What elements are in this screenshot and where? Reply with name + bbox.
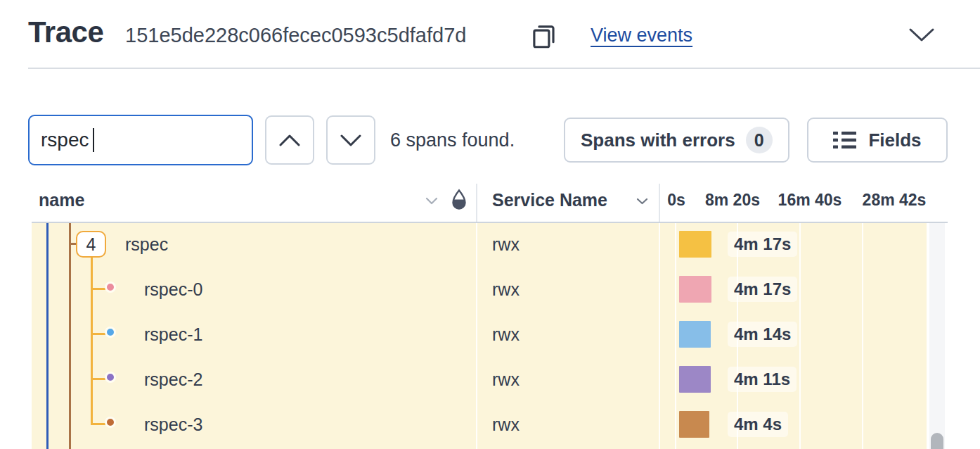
chevron-down-icon [908,27,936,43]
span-search-toolbar: 6 spans found. Spans with errors 0 Field… [28,115,952,165]
chevron-down-icon [340,134,361,146]
collapse-trace-panel-button[interactable] [908,27,936,44]
table-body-rows: 4 rspec rwx 4m 17s rspec-0 rwx 4m 17s rs… [32,222,927,447]
table-row[interactable]: 4 rspec rwx 4m 17s [32,222,927,267]
page-title: Trace [28,15,103,49]
service-name: rwx [492,222,520,267]
next-match-button[interactable] [326,115,375,165]
trace-waterfall-table: name Service Name 0s 8m 20s 16m 40s 28m … [32,179,927,449]
span-dot-icon [105,327,116,338]
table-row[interactable]: rspec-0 rwx 4m 17s [32,267,927,312]
span-dot-icon [105,372,116,383]
span-dot-icon [105,417,116,428]
duration-bar[interactable] [679,411,709,438]
trace-id: 151e5de228c066fecec0593c5dfafd7d [125,24,466,47]
vertical-scrollbar-thumb[interactable] [931,433,943,449]
span-name: rspec-1 [144,312,202,357]
service-name: rwx [492,357,520,402]
table-row[interactable]: rspec-3 rwx 4m 4s [32,402,927,447]
fields-list-icon [833,131,856,149]
table-body: 4 rspec rwx 4m 17s rspec-0 rwx 4m 17s rs… [32,222,927,449]
column-divider [659,184,660,222]
service-name: rwx [492,402,520,447]
collapse-children-badge[interactable]: 4 [76,231,106,258]
time-axis-tick: 28m 42s [863,179,927,220]
service-name: rwx [492,267,520,312]
duration-bar[interactable] [679,231,711,258]
duration-label: 4m 17s [728,277,797,302]
span-name: rspec [125,222,168,267]
table-header-row: name Service Name 0s 8m 20s 16m 40s 28m … [32,179,927,222]
name-column-header[interactable]: name [39,179,84,220]
view-events-link[interactable]: View events [591,25,692,46]
service-name: rwx [492,312,520,357]
span-name: rspec-2 [144,357,202,402]
fields-button-label: Fields [868,129,921,151]
copy-trace-id-button[interactable] [529,21,558,51]
error-count-badge: 0 [746,127,773,153]
time-axis-tick: 16m 40s [778,179,842,220]
span-dot-icon [105,282,116,293]
fields-button[interactable]: Fields [807,118,948,163]
table-row[interactable]: rspec-1 rwx 4m 14s [32,312,927,357]
table-row[interactable]: rspec-2 rwx 4m 11s [32,357,927,402]
copy-icon [529,21,558,51]
spans-with-errors-filter-button[interactable]: Spans with errors 0 [564,118,789,163]
name-sort-chevron-icon[interactable] [425,197,438,205]
duration-bar[interactable] [679,276,711,303]
time-axis-tick: 8m 20s [705,179,760,220]
table-body-top-border [32,222,948,223]
column-divider [476,184,477,222]
duration-bar[interactable] [679,321,711,348]
duration-label: 4m 11s [728,367,797,392]
time-axis-tick: 0s [667,179,685,220]
text-cursor [93,128,94,152]
span-name: rspec-0 [144,267,202,312]
search-results-count: 6 spans found. [390,115,515,165]
span-name: rspec-3 [144,402,202,447]
service-name-column-header[interactable]: Service Name [492,179,607,220]
duration-label: 4m 17s [728,232,797,257]
previous-match-button[interactable] [265,115,314,165]
heatmap-droplet-icon[interactable] [451,189,468,211]
service-sort-chevron-icon[interactable] [636,198,648,205]
page-header: Trace 151e5de228c066fecec0593c5dfafd7d V… [28,0,952,68]
duration-bar[interactable] [679,366,711,393]
chevron-up-icon [279,134,300,146]
header-divider [28,68,980,69]
span-search-input[interactable] [28,115,253,165]
vertical-scrollbar-track[interactable] [929,223,945,449]
duration-label: 4m 14s [728,322,797,347]
spans-with-errors-label: Spans with errors [581,129,735,151]
duration-label: 4m 4s [728,412,788,437]
